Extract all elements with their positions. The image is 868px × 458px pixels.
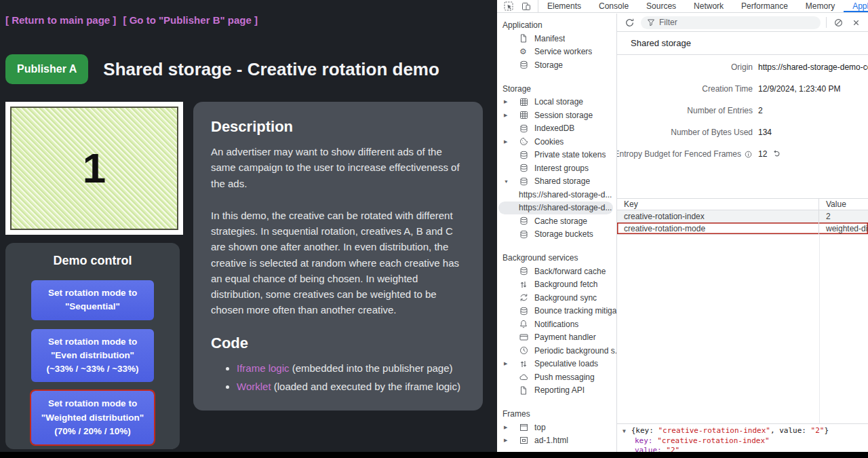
- sidebar-item-manifest[interactable]: Manifest: [497, 32, 616, 45]
- database-icon: [519, 267, 529, 275]
- info-icon[interactable]: [744, 150, 753, 159]
- metadata-row-creation-time: Creation Time12/9/2024, 1:23:40 PM: [617, 78, 868, 100]
- iframe-icon: [519, 436, 529, 444]
- devtools-tab-elements[interactable]: Elements: [538, 0, 590, 12]
- code-link-iframe-logic[interactable]: Iframe logic: [237, 362, 290, 374]
- chevron-right-icon[interactable]: ▶: [504, 99, 512, 104]
- chevron-right-icon[interactable]: ▶: [504, 425, 512, 430]
- return-main-page-link[interactable]: [ Return to main page ]: [5, 14, 116, 26]
- sidebar-item-cache-storage[interactable]: Cache storage: [497, 214, 616, 228]
- sidebar-item-label: Push messaging: [534, 373, 595, 382]
- sidebar-item-speculative-loads[interactable]: ▶Speculative loads: [497, 358, 616, 371]
- metadata-value: 134: [758, 128, 772, 137]
- sidebar-item-label: Payment handler: [534, 332, 596, 342]
- table-header-row: Key Value: [617, 198, 868, 210]
- sidebar-item-interest-groups[interactable]: Interest groups: [497, 161, 616, 175]
- chevron-right-icon[interactable]: ▶: [504, 361, 512, 366]
- storage-row-creative-rotation-mode[interactable]: creative-rotation-modeweighted-distribut…: [617, 223, 868, 235]
- preview-token: key:: [635, 436, 657, 445]
- toolbar-separator: [826, 17, 827, 28]
- chevron-right-icon[interactable]: ▶: [504, 139, 512, 145]
- rotation-mode-button-weighted-distribution[interactable]: Set rotation mode to"Weighted distributi…: [31, 391, 154, 444]
- file-icon: [519, 34, 529, 43]
- sidebar-item-private-state-tokens[interactable]: Private state tokens: [497, 149, 616, 162]
- sidebar-item-background-fetch[interactable]: Background fetch: [497, 278, 616, 292]
- page-title: Shared storage - Creative rotation demo: [103, 59, 439, 80]
- storage-toolbar: Filter: [617, 14, 868, 32]
- sidebar-item-payment-handler[interactable]: Payment handler: [497, 331, 616, 345]
- sidebar-item-service-workers[interactable]: ⚙Service workers: [497, 45, 616, 59]
- sidebar-item-reporting-api[interactable]: Reporting API: [497, 384, 616, 398]
- clear-all-icon[interactable]: [832, 16, 844, 28]
- sidebar-item-local-storage[interactable]: ▶Local storage: [497, 96, 616, 109]
- application-sidebar: ApplicationManifest⚙Service workersStora…: [497, 14, 617, 452]
- creative-number: 1: [83, 147, 106, 189]
- sidebar-item-label: Background sync: [534, 293, 597, 303]
- sidebar-item-https-shared-storage-d[interactable]: https://shared-storage-d...: [498, 202, 613, 215]
- chevron-down-icon[interactable]: ▼: [504, 179, 512, 184]
- delete-selected-icon[interactable]: [850, 16, 862, 28]
- sidebar-item-cookies[interactable]: ▶Cookies: [497, 135, 616, 149]
- filter-input[interactable]: Filter: [641, 16, 821, 29]
- devtools-tabbar: ElementsConsoleSourcesNetworkPerformance…: [497, 0, 868, 13]
- sync-icon: [519, 293, 529, 302]
- chevron-right-icon[interactable]: ▶: [504, 438, 512, 443]
- description-heading: Description: [211, 118, 465, 136]
- code-link-worklet[interactable]: Worklet: [237, 381, 271, 392]
- devtools-tab-console[interactable]: Console: [590, 0, 637, 12]
- inspect-element-icon[interactable]: [502, 0, 515, 12]
- metadata-label: Entropy Budget for Fenced Frames: [617, 149, 741, 159]
- sidebar-item-storage-buckets[interactable]: Storage buckets: [497, 228, 616, 242]
- metadata-section: Originhttps://shared-storage-demo-coCrea…: [617, 55, 868, 165]
- expand-triangle-icon[interactable]: ▼: [623, 428, 629, 434]
- sidebar-item-periodic-background-s[interactable]: Periodic background s...: [497, 344, 616, 358]
- filter-funnel-icon: [646, 18, 655, 27]
- sidebar-item-label: Shared storage: [534, 176, 590, 186]
- storage-row-creative-rotation-index[interactable]: creative-rotation-index2: [617, 210, 868, 223]
- sidebar-item-background-sync[interactable]: Background sync: [497, 291, 616, 305]
- key-column-header[interactable]: Key: [617, 199, 819, 210]
- devtools-tab-memory[interactable]: Memory: [797, 0, 844, 12]
- publisher-b-page-link[interactable]: [ Go to "Publisher B" page ]: [123, 14, 258, 26]
- code-list: Iframe logic (embedded into the publishe…: [211, 360, 465, 395]
- device-toolbar-icon[interactable]: [520, 0, 532, 12]
- metadata-row-entropy-budget-for-fenced-frames: Entropy Budget for Fenced Frames12: [617, 143, 868, 165]
- sidebar-item-bounce-tracking-mitiga[interactable]: Bounce tracking mitiga...: [497, 305, 616, 318]
- sidebar-item-notifications[interactable]: Notifications: [497, 318, 616, 331]
- cookie-icon: [519, 137, 529, 146]
- refresh-icon[interactable]: [623, 16, 635, 28]
- sidebar-item-label: top: [534, 423, 546, 432]
- storage-entries-table: Key Value creative-rotation-index2creati…: [617, 198, 868, 235]
- sidebar-item-top[interactable]: ▶top: [497, 421, 616, 434]
- preview-token: {key:: [631, 426, 658, 435]
- metadata-row-number-of-entries: Number of Entries2: [617, 100, 868, 121]
- sidebar-item-session-storage[interactable]: ▶Session storage: [497, 109, 616, 122]
- sidebar-item-push-messaging[interactable]: Push messaging: [497, 370, 616, 384]
- metadata-label: Creation Time: [702, 84, 753, 94]
- value-column-header[interactable]: Value: [819, 199, 868, 210]
- sidebar-item-label: Private state tokens: [534, 150, 606, 159]
- entry-preview-pane: ▼ {key: "creative-rotation-index", value…: [617, 423, 868, 452]
- rotation-mode-button-sequential[interactable]: Set rotation mode to"Sequential": [31, 280, 154, 320]
- chevron-right-icon[interactable]: ▶: [504, 113, 512, 118]
- devtools-tab-sources[interactable]: Sources: [637, 0, 685, 12]
- shared-storage-main: Filter Shared storage Originhttps://shar…: [617, 14, 868, 452]
- devtools-tab-performance[interactable]: Performance: [732, 0, 797, 12]
- devtools-tab-network[interactable]: Network: [685, 0, 732, 12]
- rotation-mode-button-even-distribution[interactable]: Set rotation mode to"Even distribution"(…: [31, 329, 154, 383]
- file-icon: [519, 386, 529, 395]
- sidebar-item-https-shared-storage-d[interactable]: https://shared-storage-d...: [497, 188, 616, 202]
- ad-creative-frame[interactable]: 1: [5, 102, 183, 235]
- sidebar-item-label: Manifest: [534, 34, 565, 43]
- sidebar-item-indexeddb[interactable]: IndexedDB: [497, 122, 616, 136]
- devtools-tab-application[interactable]: Application: [844, 0, 868, 12]
- database-icon: [519, 307, 529, 316]
- metadata-label: Number of Entries: [687, 106, 753, 115]
- demo-control-card: Demo control Set rotation mode to"Sequen…: [5, 243, 180, 449]
- sidebar-item-shared-storage[interactable]: ▼Shared storage: [497, 175, 616, 189]
- reset-budget-icon[interactable]: [772, 150, 781, 159]
- sidebar-item-storage[interactable]: Storage: [497, 58, 616, 72]
- sidebar-item-back-forward-cache[interactable]: Back/forward cache: [497, 265, 616, 278]
- database-icon: [519, 230, 529, 239]
- sidebar-item-ad-1-html[interactable]: ▶ad-1.html: [497, 434, 616, 448]
